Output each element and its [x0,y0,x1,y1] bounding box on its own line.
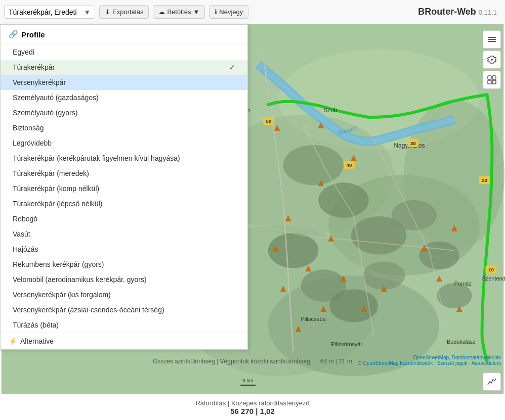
svg-rect-56 [488,37,496,38]
menu-item-label: Vasút [13,230,30,238]
svg-point-15 [419,242,459,270]
profile-dropdown-label: Túrakerékpár, Eredeti [9,8,77,16]
menu-item-label: Versenykerékpár (kis forgalom) [13,291,111,299]
info-icon: ℹ [215,8,217,16]
menu-item-label: Velomobil (aerodinamikus kerékpár, gyors… [13,275,147,284]
settings-button[interactable] [483,51,501,69]
svg-text:Piliscsaba: Piliscsaba [301,316,326,322]
svg-text:0 km: 0 km [242,378,254,383]
navbar: Túrakerékpár, Eredeti ▼ ⬇ Exportálás ☁ B… [0,0,505,24]
load-button[interactable]: ☁ Betöltés ▼ [153,5,205,19]
svg-text:10: 10 [488,267,494,272]
menu-item-biztonsag[interactable]: Biztonság [1,120,247,135]
export-label: Exportálás [112,8,143,16]
svg-text:Pilisvörösvár: Pilisvörösvár [331,341,362,347]
app-title: BRouter-Web 0.11.1 [418,7,497,17]
load-label: Betöltés [167,8,191,16]
distance-label: Összes szintkülönbség | Végpontok között… [153,358,310,365]
profile-menu-panel: 🔗 Profile EgyediTúrakerékpár✓Versenykeré… [0,24,248,350]
cloud-icon: ☁ [158,8,165,16]
svg-rect-58 [488,41,496,42]
menu-item-rekumbens-gyors[interactable]: Rekumbens kerékpár (gyors) [1,257,247,272]
layers-button[interactable] [483,30,501,49]
menu-item-label: Robogó [13,215,37,223]
menu-item-szemelyauto-gyors[interactable]: Személyautó (gyors) [1,105,247,120]
profile-menu-list: EgyediTúrakerékpár✓VersenykerékpárSzemél… [1,44,247,349]
svg-text:Szentendre: Szentendre [482,275,505,282]
menu-item-label: Túrakerékpár (komp nélkül) [13,184,99,193]
menu-item-turakerékpar-lepcsö[interactable]: Túrakerékpár (lépcső nélkül) [1,196,247,211]
info-label: Névjegy [219,8,243,16]
menu-item-label: Rekumbens kerékpár (gyors) [13,260,104,268]
menu-item-legrö videbb[interactable]: Legrövidebb [1,135,247,151]
menu-item-turakerékpar-komp[interactable]: Túrakerékpár (komp nélkül) [1,181,247,196]
svg-text:50: 50 [266,118,272,124]
chevron-down-icon: ▼ [83,8,91,16]
menu-item-versenykerékpar-azsiai[interactable]: Versenykerékpár (ázsiai-csendes-óceáni t… [1,302,247,317]
menu-item-robogo[interactable]: Robogó [1,211,247,226]
svg-point-10 [391,200,437,230]
ráfordítás-label: Ráfordítás | Közepes ráfordítástényező [195,399,309,407]
bottom-bar: Ráfordítás | Közepes ráfordítástényező 5… [0,394,505,420]
svg-point-8 [318,182,368,218]
menu-item-vasut[interactable]: Vasút [1,226,247,242]
svg-text:40: 40 [346,162,352,168]
export-button[interactable]: ⬇ Exportálás [99,5,149,19]
svg-text:Szob: Szob [323,107,338,114]
menu-item-turazas-beta[interactable]: Túrázás (béta) [1,317,247,333]
menu-item-szemelyauto-gazdasagos[interactable]: Személyautó (gazdaságos) [1,90,247,105]
svg-point-7 [283,145,344,185]
menu-item-label: Túrakerékpár (meredek) [13,169,89,177]
navbar-left: Túrakerékpár, Eredeti ▼ ⬇ Exportálás ☁ B… [4,5,248,19]
route-stats: 56 270 | 1,02 [230,407,275,415]
right-toolbar [483,30,501,89]
menu-item-label: Legrövidebb [13,139,52,147]
menu-item-egyedi[interactable]: Egyedi [1,44,247,60]
svg-rect-57 [488,39,496,40]
menu-item-label: Biztonság [13,124,44,132]
info-button[interactable]: ℹ Névjegy [209,5,248,19]
alternative-label: Alternative [20,337,54,345]
menu-item-versenykerékpar[interactable]: Versenykerékpár [1,75,247,90]
load-dropdown-arrow: ▼ [193,8,199,16]
profile-icon: 🔗 [9,30,18,39]
profile-header: 🔗 Profile [1,25,247,44]
menu-item-label: Személyautó (gazdaságos) [13,94,99,102]
svg-text:30: 30 [410,141,416,146]
svg-rect-59 [488,76,491,79]
profile-header-label: Profile [21,30,45,39]
distance-info: Összes szintkülönbség | Végpontok között… [0,358,505,366]
svg-point-14 [363,261,405,290]
grid-button[interactable] [483,71,501,89]
distance-values: 64 m | 21 m [320,358,352,365]
svg-rect-61 [488,80,491,84]
menu-item-label: Versenykerékpár [13,78,66,86]
menu-item-turakerékpar-meredek[interactable]: Túrakerékpár (meredek) [1,166,247,181]
menu-item-turakerékpar[interactable]: Túrakerékpár✓ [1,60,247,75]
check-icon: ✓ [229,63,235,71]
svg-rect-60 [492,76,496,79]
alternative-item[interactable]: ⚡ Alternative [1,333,247,349]
menu-item-label: Túrakerékpár (lépcső nélkül) [13,200,102,208]
profile-dropdown[interactable]: Túrakerékpár, Eredeti ▼ [4,6,95,19]
svg-text:Budakalász: Budakalász [447,339,476,345]
menu-item-label: Túrakerékpár (kerékpárutak figyelmen kív… [13,154,180,162]
menu-item-label: Túrázás (béta) [13,321,59,329]
menu-item-label: Versenykerékpár (ázsiai-csendes-óceáni t… [13,306,164,314]
svg-text:20: 20 [482,177,488,183]
menu-item-label: Személyautó (gyors) [13,109,77,117]
export-icon: ⬇ [105,8,110,16]
menu-item-label: Túrakerékpár [13,63,55,71]
svg-rect-62 [492,80,496,84]
elevation-chart-button[interactable] [483,372,501,391]
menu-item-hajozas[interactable]: Hajózás [1,242,247,257]
menu-item-label: Egyedi [13,48,34,56]
menu-item-velomobil[interactable]: Velomobil (aerodinamikus kerékpár, gyors… [1,272,247,287]
menu-item-label: Hajózás [13,245,38,253]
menu-item-turakerékpar-kerutak[interactable]: Túrakerékpár (kerékpárutak figyelmen kív… [1,151,247,166]
alternative-icon: ⚡ [9,337,17,345]
menu-item-versenykerékpar-kis[interactable]: Versenykerékpár (kis forgalom) [1,287,247,302]
svg-text:Pomáz: Pomáz [454,281,472,287]
